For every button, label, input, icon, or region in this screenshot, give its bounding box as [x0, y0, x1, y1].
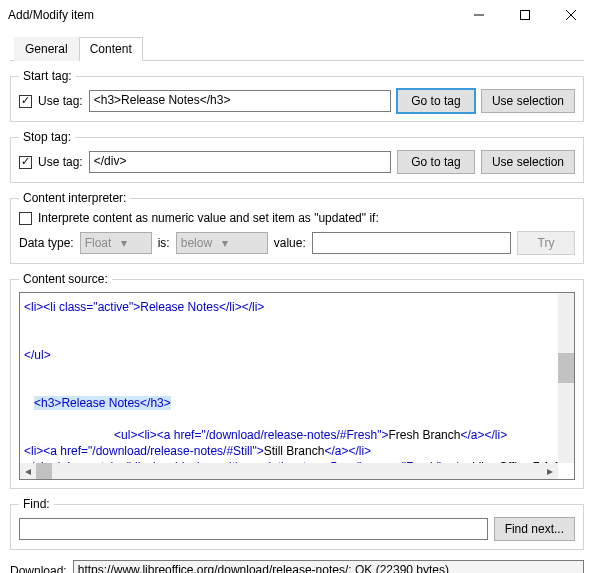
start-tag-group: Start tag: Use tag: <h3>Release Notes</h… [10, 69, 584, 122]
stop-tag-input[interactable]: </div> [89, 151, 391, 173]
start-tag-legend: Start tag: [19, 69, 76, 83]
maximize-button[interactable] [502, 0, 548, 30]
start-go-to-tag-button[interactable]: Go to tag [397, 89, 475, 113]
value-input[interactable] [312, 232, 511, 254]
start-use-tag-checkbox[interactable] [19, 95, 32, 108]
start-use-tag-label: Use tag: [38, 94, 83, 108]
titlebar: Add/Modify item [0, 0, 594, 30]
value-label: value: [274, 236, 306, 250]
interpret-checkbox[interactable] [19, 212, 32, 225]
svg-rect-1 [521, 10, 530, 19]
horizontal-scrollbar[interactable]: ◂ ▸ [20, 463, 558, 479]
vertical-scrollbar[interactable] [558, 293, 574, 463]
interpret-label: Interprete content as numeric value and … [38, 211, 379, 225]
window-title: Add/Modify item [8, 8, 456, 22]
content-source-view[interactable]: <li><li class="active">Release Notes</li… [19, 292, 575, 480]
stop-tag-group: Stop tag: Use tag: </div> Go to tag Use … [10, 130, 584, 183]
content-interpreter-group: Content interpreter: Interprete content … [10, 191, 584, 264]
find-next-button[interactable]: Find next... [494, 517, 575, 541]
download-label: Download: [10, 564, 67, 573]
stop-go-to-tag-button[interactable]: Go to tag [397, 150, 475, 174]
datatype-label: Data type: [19, 236, 74, 250]
stop-use-tag-checkbox[interactable] [19, 156, 32, 169]
vertical-scrollbar-thumb[interactable] [558, 353, 574, 383]
content-source-group: Content source: <li><li class="active">R… [10, 272, 584, 489]
stop-tag-legend: Stop tag: [19, 130, 75, 144]
is-select[interactable]: below▾ [176, 232, 268, 254]
find-group: Find: Find next... [10, 497, 584, 550]
stop-use-tag-label: Use tag: [38, 155, 83, 169]
datatype-select[interactable]: Float▾ [80, 232, 152, 254]
find-input[interactable] [19, 518, 488, 540]
content-source-legend: Content source: [19, 272, 112, 286]
tabstrip: General Content [10, 36, 584, 61]
chevron-down-icon: ▾ [222, 236, 228, 250]
find-legend: Find: [19, 497, 54, 511]
stop-use-selection-button[interactable]: Use selection [481, 150, 575, 174]
try-button[interactable]: Try [517, 231, 575, 255]
start-use-selection-button[interactable]: Use selection [481, 89, 575, 113]
scroll-right-icon[interactable]: ▸ [542, 463, 558, 479]
scroll-left-icon[interactable]: ◂ [20, 463, 36, 479]
chevron-down-icon: ▾ [121, 236, 127, 250]
content-interpreter-legend: Content interpreter: [19, 191, 130, 205]
close-button[interactable] [548, 0, 594, 30]
tab-content[interactable]: Content [79, 37, 143, 61]
start-tag-input[interactable]: <h3>Release Notes</h3> [89, 90, 391, 112]
is-label: is: [158, 236, 170, 250]
minimize-button[interactable] [456, 0, 502, 30]
tab-general[interactable]: General [14, 37, 79, 61]
download-status: https://www.libreoffice.org/download/rel… [73, 560, 584, 573]
horizontal-scrollbar-thumb[interactable] [36, 463, 52, 479]
highlighted-match: <h3>Release Notes</h3> [34, 396, 171, 410]
